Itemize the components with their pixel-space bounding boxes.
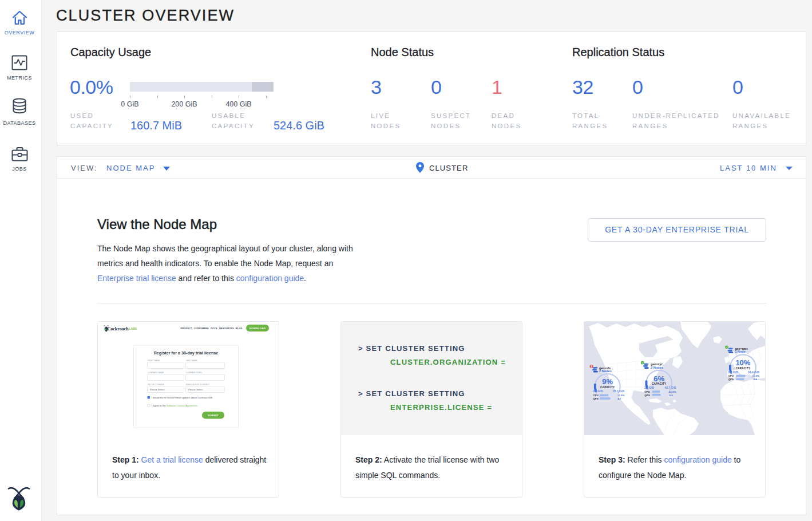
svg-text:1 Node: 1 Node [735,350,746,353]
svg-text:3.7 GiB: 3.7 GiB [644,386,655,389]
svg-text:Register for a 30-day trial li: Register for a 30-day trial license [154,350,219,356]
svg-text:11.0%: 11.0% [617,394,624,397]
svg-text:2 Nodes: 2 Nodes [599,369,612,373]
svg-text:LAST NAME: LAST NAME [186,360,197,362]
svg-text:CAPACITY: CAPACITY [736,367,751,370]
svg-text:CPU: CPU [593,394,598,397]
svg-text:QPS: QPS [593,397,598,400]
svg-text:34.4 GiB: 34.4 GiB [748,370,759,374]
svg-text:CPU: CPU [644,390,649,393]
svg-text:I would like to receive email: I would like to receive email updates ab… [152,396,213,399]
svg-text:0.0: 0.0 [670,394,674,397]
svg-text:Cockroach: Cockroach [108,326,129,331]
svg-text:I agree to the Software Licens: I agree to the Software License Agreemen… [152,404,198,407]
svg-text:LABS: LABS [129,327,137,330]
svg-text:SUBMIT: SUBMIT [208,414,219,417]
svg-text:Please Select: Please Select [188,388,203,391]
svg-text:PROJECT PHASE: PROJECT PHASE [148,384,164,386]
svg-text:43.7 GiB: 43.7 GiB [664,386,676,389]
svg-text:4.7: 4.7 [617,397,621,400]
svg-text:REASON FOR INTEREST: REASON FOR INTEREST [186,384,210,386]
svg-text:QPS: QPS [644,394,649,397]
svg-text:CAPACITY: CAPACITY [600,386,615,389]
svg-text:9%: 9% [602,377,613,386]
svg-text:3.6 GiB: 3.6 GiB [728,370,738,374]
svg-text:6%: 6% [653,374,664,383]
svg-text:COMPANY NAME: COMPANY NAME [148,372,164,374]
svg-text:10.3%: 10.3% [752,374,759,377]
svg-text:3.2 GiB: 3.2 GiB [593,389,603,393]
svg-text:COMPANY EMAIL: COMPANY EMAIL [186,372,203,374]
svg-text:CAPACITY: CAPACITY [652,382,667,385]
svg-text:FIRST NAME: FIRST NAME [148,360,160,362]
svg-text:0.4: 0.4 [754,378,758,381]
svg-text:10%: 10% [735,358,750,367]
svg-text:QPS: QPS [728,378,734,381]
svg-text:2 Nodes: 2 Nodes [651,366,663,369]
svg-text:PRODUCT CUSTOMERS DOCS R: PRODUCT CUSTOMERS DOCS RESOURCES BLOG [181,327,243,330]
svg-text:42.5%: 42.5% [669,390,676,393]
svg-text:DOWNLOAD: DOWNLOAD [249,327,266,330]
svg-text:CPU: CPU [728,374,734,377]
svg-text:35.1 GiB: 35.1 GiB [613,389,624,393]
svg-text:Please Select: Please Select [150,388,165,391]
